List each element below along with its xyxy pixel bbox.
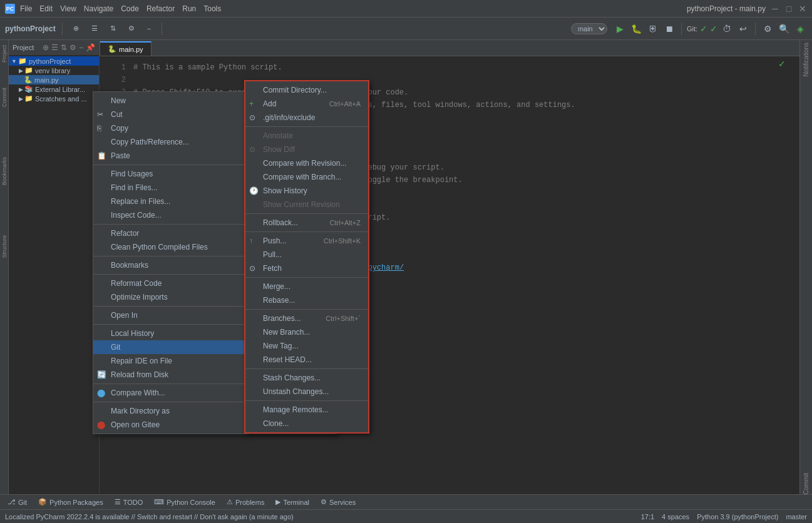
tab-main-label: main.py — [119, 46, 143, 53]
statusbar-message[interactable]: Localized PyCharm 2022.2.4 is available … — [5, 513, 636, 520]
menu-tools[interactable]: Tools — [203, 4, 221, 13]
statusbar-encoding[interactable]: Python 3.9 (pythonProject) — [697, 513, 778, 520]
git-new-tag[interactable]: New Tag... — [245, 339, 368, 353]
toolbar-collapse-btn[interactable]: − — [143, 23, 155, 34]
git-show-history[interactable]: 🕐 Show History — [245, 184, 368, 198]
tree-root[interactable]: ▼ 📁 pythonProject — [9, 56, 99, 66]
window-title: pythonProject - main.py — [687, 4, 766, 13]
panel-pin-icon[interactable]: 📌 — [86, 43, 95, 52]
git-history-button[interactable]: ⏱ — [720, 22, 734, 36]
panel-settings-icon[interactable]: ⚙ — [69, 43, 76, 52]
terminal-tab-icon: ▶ — [275, 498, 280, 506]
git-rollback-button[interactable]: ↩ — [736, 22, 750, 36]
menu-file[interactable]: File — [20, 4, 32, 13]
run-config-select[interactable]: main — [571, 23, 607, 34]
git-compare-revision[interactable]: Compare with Revision... — [245, 156, 368, 170]
commit-side-label[interactable]: Commit — [1, 88, 8, 107]
git-commit-directory[interactable]: Commit Directory... — [245, 83, 368, 97]
tree-venv-arrow: ▶ — [19, 68, 23, 74]
toolbar-separator4 — [755, 23, 756, 35]
services-tab-icon: ⚙ — [321, 498, 327, 506]
git-sep3 — [245, 231, 368, 232]
minimize-button[interactable]: ─ — [771, 4, 779, 13]
code-line-2: 2 — [107, 74, 792, 86]
code-line-1: 1 # This is a sample Python script. — [107, 61, 792, 74]
menu-run[interactable]: Run — [182, 4, 196, 13]
menu-navigate[interactable]: Navigate — [84, 4, 113, 13]
toolbar-split-btn[interactable]: ⇅ — [106, 23, 120, 34]
search-button[interactable]: 🔍 — [777, 22, 791, 36]
run-with-coverage-button[interactable]: ⛨ — [646, 22, 660, 36]
tree-main[interactable]: 🐍 main.py — [9, 75, 99, 84]
git-branches[interactable]: Branches... Ctrl+Shift+` — [245, 312, 368, 325]
notifications-label[interactable]: Notifications — [803, 43, 809, 76]
git-compare-branch[interactable]: Compare with Branch... — [245, 170, 368, 184]
panel-split-icon[interactable]: ⇅ — [61, 43, 67, 52]
git-unstash[interactable]: Unstash Changes... — [245, 385, 368, 399]
git-add[interactable]: + Add Ctrl+Alt+A — [245, 97, 368, 111]
run-button[interactable]: ▶ — [614, 22, 627, 36]
external-lib-icon: 📚 — [24, 85, 33, 93]
git-check-icon: ✓ — [700, 24, 707, 34]
git-reset-head[interactable]: Reset HEAD... — [245, 353, 368, 367]
tree-venv[interactable]: ▶ 📁 venv library — [9, 66, 99, 75]
git-stash[interactable]: Stash Changes... — [245, 371, 368, 385]
close-button[interactable]: ✕ — [798, 4, 807, 13]
copy-icon: ⎘ — [97, 124, 101, 133]
menu-edit[interactable]: Edit — [39, 4, 53, 13]
bottom-tab-terminal[interactable]: ▶ Terminal — [270, 497, 314, 507]
bottom-tab-todo[interactable]: ☰ TODO — [110, 497, 148, 507]
structure-side-label[interactable]: Structure — [1, 235, 8, 258]
bottom-tab-packages[interactable]: 📦 Python Packages — [33, 497, 108, 507]
toolbar-separator3 — [681, 23, 682, 35]
git-rollback[interactable]: Rollback... Ctrl+Alt+Z — [245, 216, 368, 230]
todo-tab-label: TODO — [123, 499, 143, 506]
bottom-tab-git[interactable]: ⎇ Git — [3, 497, 32, 507]
statusbar-branch[interactable]: master — [786, 513, 807, 520]
project-side-label[interactable]: Project — [1, 45, 8, 63]
menu-view[interactable]: View — [60, 4, 76, 13]
tree-scratches[interactable]: ▶ 📁 Scratches and ... — [9, 94, 99, 103]
toolbar-list-btn[interactable]: ☰ — [87, 23, 102, 34]
editor-tab-main[interactable]: 🐍 main.py — [100, 41, 152, 56]
git-exclude[interactable]: ⊙ .git/info/exclude — [245, 111, 368, 124]
panel-close-icon[interactable]: − — [79, 43, 83, 52]
git-push[interactable]: ↑ Push... Ctrl+Shift+K — [245, 234, 368, 248]
packages-tab-label: Python Packages — [49, 499, 103, 506]
services-tab-label: Services — [329, 499, 356, 506]
editor-checkmark: ✓ — [778, 59, 786, 69]
git-sep6 — [245, 368, 368, 369]
bottom-tab-services[interactable]: ⚙ Services — [316, 497, 361, 507]
git-rebase[interactable]: Rebase... — [245, 293, 368, 307]
git-merge[interactable]: Merge... — [245, 280, 368, 293]
git-show-current-revision: Show Current Revision — [245, 198, 368, 211]
bottom-tab-problems[interactable]: ⚠ Problems — [222, 497, 269, 507]
git-pull[interactable]: Pull... — [245, 248, 368, 262]
window-controls: ─ □ ✕ — [771, 4, 807, 13]
bookmarks-side-label[interactable]: Bookmarks — [1, 157, 8, 185]
settings-gear-button[interactable]: ⚙ — [761, 22, 774, 36]
git-manage-remotes[interactable]: Manage Remotes... — [245, 403, 368, 417]
git-new-branch[interactable]: New Branch... — [245, 325, 368, 339]
statusbar-position[interactable]: 17:1 — [641, 513, 654, 520]
maximize-button[interactable]: □ — [784, 4, 793, 13]
toolbar-settings-btn[interactable]: ⚙ — [124, 23, 139, 34]
panel-header-icons: ⊕ ☰ ⇅ ⚙ − 📌 — [43, 43, 95, 52]
git-clone[interactable]: Clone... — [245, 417, 368, 430]
project-tree: ▼ 📁 pythonProject ▶ 📁 venv library 🐍 mai… — [9, 55, 99, 494]
statusbar-spaces[interactable]: 4 spaces — [662, 513, 689, 520]
bottom-tab-python-console[interactable]: ⌨ Python Console — [149, 497, 220, 507]
toolbar-add-btn[interactable]: ⊕ — [69, 23, 83, 34]
menu-code[interactable]: Code — [121, 4, 139, 13]
menu-refactor[interactable]: Refactor — [146, 4, 175, 13]
tree-scratches-label: Scratches and ... — [35, 95, 87, 103]
git-fetch[interactable]: ⊙ Fetch — [245, 262, 368, 275]
panel-list-icon[interactable]: ☰ — [51, 43, 58, 52]
stop-button[interactable]: ⏹ — [662, 22, 676, 36]
tree-external[interactable]: ▶ 📚 External Librar... — [9, 84, 99, 94]
debug-button[interactable]: 🐛 — [630, 22, 644, 36]
panel-add-icon[interactable]: ⊕ — [43, 43, 49, 52]
history-clock-icon: 🕐 — [249, 186, 259, 195]
commit-label[interactable]: Commit — [803, 473, 809, 494]
theme-button[interactable]: ◈ — [793, 22, 807, 36]
